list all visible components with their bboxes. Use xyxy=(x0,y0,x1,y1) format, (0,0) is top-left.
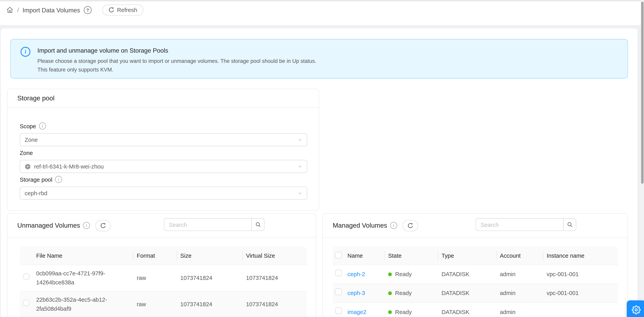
radio-cell xyxy=(20,273,33,283)
file-name-cell: 22b63c2b-352a-4ec5-ab12-2fa508d4baf9 xyxy=(33,295,134,313)
header-bar: / Import Data Volumes ? Refresh xyxy=(0,0,644,25)
info-glyph: i xyxy=(25,49,26,55)
unmanaged-table-header: File Name Format Size Virtual Size xyxy=(20,247,307,265)
scrollbar-thumb[interactable] xyxy=(641,2,644,184)
search-icon xyxy=(567,221,573,228)
refresh-button[interactable]: Refresh xyxy=(102,4,143,15)
format-cell: raw xyxy=(134,300,177,309)
unmanaged-info-icon[interactable]: i xyxy=(83,222,90,229)
table-row[interactable]: 0cb099aa-cc7e-4721-97f9-14264bce838a raw… xyxy=(20,265,307,291)
help-icon[interactable]: ? xyxy=(84,6,92,14)
reload-icon xyxy=(100,222,106,228)
unmanaged-volumes-card: Unmanaged Volumes i xyxy=(7,213,316,317)
chevron-down-icon xyxy=(297,164,302,169)
managed-table-header: Name State Type Account Instance name xyxy=(333,247,618,265)
storage-pool-card-header: Storage pool xyxy=(8,89,319,108)
managed-table: Name State Type Account Instance name ce… xyxy=(333,247,618,317)
help-glyph: ? xyxy=(86,8,89,12)
storage-pool-info-icon[interactable]: i xyxy=(55,176,62,183)
select-all-checkbox[interactable] xyxy=(335,252,342,258)
state-label: Ready xyxy=(395,289,412,298)
table-row[interactable]: ceph-2 Ready DATADISK admin vpc-001-001 xyxy=(333,265,618,284)
volume-link[interactable]: ceph-2 xyxy=(348,271,365,277)
volume-link[interactable]: image2 xyxy=(348,308,366,315)
alert-title: Import and unmanage volume on Storage Po… xyxy=(37,46,316,55)
virtual-size-cell: 1073741824 xyxy=(243,300,307,309)
storage-pool-card: Storage pool Scope i Zone Zone xyxy=(7,89,319,211)
info-glyph: i xyxy=(42,124,43,128)
column-header-size: Size xyxy=(177,252,243,259)
row-radio[interactable] xyxy=(23,300,30,306)
chevron-down-icon xyxy=(297,191,302,196)
unmanaged-search xyxy=(164,218,264,231)
radio-cell xyxy=(20,300,33,309)
column-header-file-name: File Name xyxy=(33,252,134,259)
size-cell: 1073741824 xyxy=(177,300,243,309)
scope-select[interactable]: Zone xyxy=(20,133,307,146)
column-header-virtual-size: Virtual Size xyxy=(243,252,307,259)
type-cell: DATADISK xyxy=(438,308,496,316)
storage-pool-select[interactable]: ceph-rbd xyxy=(20,187,307,200)
state-cell: Ready xyxy=(385,289,438,298)
name-cell: ceph-3 xyxy=(344,289,385,298)
storage-pool-label: Storage pool i xyxy=(20,176,62,183)
scope-label: Scope i xyxy=(20,123,46,130)
breadcrumb-separator: / xyxy=(17,7,19,13)
managed-info-icon[interactable]: i xyxy=(390,222,397,229)
column-header-name: Name xyxy=(344,252,385,259)
storage-pool-card-title: Storage pool xyxy=(17,95,54,102)
checkbox-column-header xyxy=(333,252,344,260)
table-row[interactable]: ceph-3 Ready DATADISK admin vpc-001-001 xyxy=(333,284,618,303)
zone-select-value: ref-trl-6341-k-Mr8-wei-zhou xyxy=(34,163,104,170)
scope-info-icon[interactable]: i xyxy=(39,123,46,130)
unmanaged-card-title: Unmanaged Volumes xyxy=(17,222,80,229)
zone-select[interactable]: ref-trl-6341-k-Mr8-wei-zhou xyxy=(20,160,307,173)
state-label: Ready xyxy=(395,308,412,316)
table-row[interactable]: image2 Ready DATADISK admin xyxy=(333,303,618,317)
account-cell: admin xyxy=(496,289,544,298)
state-cell: Ready xyxy=(385,308,438,316)
managed-search xyxy=(476,218,576,231)
row-checkbox[interactable] xyxy=(335,307,342,314)
column-header-type: Type xyxy=(438,252,496,259)
row-checkbox[interactable] xyxy=(335,288,342,295)
reload-icon xyxy=(108,7,114,13)
unmanaged-search-input[interactable] xyxy=(164,218,252,231)
scope-label-text: Scope xyxy=(20,123,36,129)
search-icon xyxy=(255,221,261,228)
managed-volumes-card: Managed Volumes i xyxy=(322,213,628,317)
info-glyph: i xyxy=(393,223,394,228)
ready-status-dot xyxy=(388,272,392,276)
volume-link[interactable]: ceph-3 xyxy=(348,290,365,296)
scrollbar[interactable] xyxy=(641,0,644,317)
column-header-instance-name: Instance name xyxy=(543,252,618,259)
info-circle-icon: i xyxy=(20,47,30,57)
name-cell: ceph-2 xyxy=(344,270,385,279)
storage-pool-select-value: ceph-rbd xyxy=(25,190,48,196)
row-radio[interactable] xyxy=(23,273,30,280)
row-checkbox[interactable] xyxy=(335,270,342,276)
column-header-account: Account xyxy=(496,252,544,259)
info-alert: i Import and unmanage volume on Storage … xyxy=(10,39,628,79)
ready-status-dot xyxy=(388,310,392,314)
reload-icon xyxy=(407,222,413,228)
managed-search-button[interactable] xyxy=(563,218,576,231)
column-header-state: State xyxy=(385,252,438,259)
managed-search-input[interactable] xyxy=(476,218,564,231)
page: / Import Data Volumes ? Refresh i Import… xyxy=(0,0,644,317)
table-row[interactable]: 22b63c2b-352a-4ec5-ab12-2fa508d4baf9 raw… xyxy=(20,291,307,317)
managed-refresh-button[interactable] xyxy=(402,220,418,231)
type-cell: DATADISK xyxy=(438,289,496,298)
unmanaged-search-button[interactable] xyxy=(252,218,264,231)
home-icon[interactable] xyxy=(6,6,14,14)
zone-label-text: Zone xyxy=(20,150,33,156)
settings-fab-button[interactable] xyxy=(627,300,644,317)
unmanaged-table: File Name Format Size Virtual Size 0cb09… xyxy=(20,247,307,317)
managed-card-title: Managed Volumes xyxy=(333,222,387,229)
state-cell: Ready xyxy=(385,270,438,279)
storage-pool-label-text: Storage pool xyxy=(20,176,52,183)
unmanaged-refresh-button[interactable] xyxy=(95,220,111,231)
file-name-cell: 0cb099aa-cc7e-4721-97f9-14264bce838a xyxy=(33,269,134,287)
info-glyph: i xyxy=(86,223,87,228)
alert-description-line1: Please choose a storage pool that you wa… xyxy=(37,58,316,65)
